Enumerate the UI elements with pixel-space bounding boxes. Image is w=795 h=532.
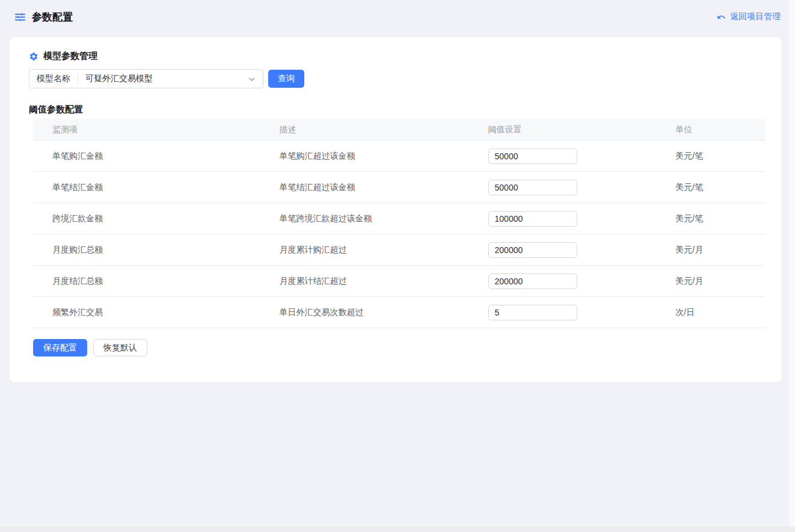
monitor-item-cell: 月度结汇总额: [33, 266, 269, 297]
monitor-item-cell: 跨境汇款金额: [33, 203, 269, 234]
top-header: 参数配置 返回项目管理: [0, 0, 795, 34]
bottom-strip: [0, 527, 795, 532]
panel-title: 模型参数管理: [29, 50, 765, 62]
table-body: 单笔购汇金额 单笔购汇超过该金额 美元/笔 单笔结汇金额 单笔结汇超过该金额 美…: [33, 141, 766, 328]
threshold-input[interactable]: [488, 305, 577, 320]
description-cell: 单笔结汇超过该金额: [269, 172, 478, 203]
page-title: 参数配置: [32, 10, 73, 24]
threshold-input[interactable]: [488, 274, 577, 289]
query-button[interactable]: 查询: [268, 70, 304, 88]
monitor-item-cell: 单笔购汇金额: [33, 141, 269, 172]
monitor-item-cell: 月度购汇总额: [33, 234, 269, 266]
table-row: 月度购汇总额 月度累计购汇超过 美元/月: [33, 234, 766, 266]
threshold-input[interactable]: [488, 148, 577, 164]
col-header-desc: 描述: [269, 119, 478, 141]
threshold-cell: [479, 297, 666, 328]
unit-cell: 美元/笔: [666, 172, 766, 203]
undo-icon: [717, 13, 726, 22]
gear-icon: [29, 52, 38, 61]
threshold-section-title: 阈值参数配置: [29, 104, 765, 115]
unit-cell: 次/日: [666, 297, 766, 328]
monitor-item-cell: 单笔结汇金额: [33, 172, 269, 203]
description-cell: 月度累计购汇超过: [269, 234, 478, 266]
table-row: 单笔购汇金额 单笔购汇超过该金额 美元/笔: [33, 141, 766, 172]
description-cell: 单笔跨境汇款超过该金额: [269, 203, 478, 234]
action-row: 保存配置 恢复默认: [33, 339, 765, 356]
monitor-item-cell: 频繁外汇交易: [33, 297, 269, 328]
table-header-row: 监测项 描述 阈值设置 单位: [33, 119, 766, 141]
scrollbar-track[interactable]: [789, 0, 795, 527]
filter-row: 模型名称 可疑外汇交易模型 查询: [29, 69, 765, 88]
threshold-cell: [479, 172, 666, 203]
unit-cell: 美元/笔: [666, 203, 766, 234]
unit-cell: 美元/月: [666, 266, 766, 297]
model-name-selected-value: 可疑外汇交易模型: [78, 73, 248, 84]
threshold-input[interactable]: [488, 180, 577, 195]
table-row: 单笔结汇金额 单笔结汇超过该金额 美元/笔: [33, 172, 766, 203]
unit-cell: 美元/月: [666, 234, 766, 266]
threshold-cell: [479, 266, 666, 297]
description-cell: 单笔购汇超过该金额: [269, 141, 478, 172]
header-left: 参数配置: [14, 10, 73, 24]
threshold-cell: [479, 234, 666, 266]
table-row: 跨境汇款金额 单笔跨境汇款超过该金额 美元/笔: [33, 203, 766, 234]
col-header-item: 监测项: [33, 119, 269, 141]
save-config-button[interactable]: 保存配置: [33, 339, 87, 356]
threshold-input[interactable]: [488, 242, 577, 258]
model-name-label: 模型名称: [29, 73, 78, 84]
model-name-select[interactable]: 模型名称 可疑外汇交易模型: [29, 69, 263, 88]
back-link-label: 返回项目管理: [730, 11, 781, 22]
description-cell: 月度累计结汇超过: [269, 266, 478, 297]
table-row: 频繁外汇交易 单日外汇交易次数超过 次/日: [33, 297, 766, 328]
chevron-down-icon: [248, 75, 263, 83]
col-header-threshold: 阈值设置: [479, 119, 666, 141]
unit-cell: 美元/笔: [666, 141, 766, 172]
threshold-cell: [479, 203, 666, 234]
threshold-cell: [479, 141, 666, 172]
model-parameter-card: 模型参数管理 模型名称 可疑外汇交易模型 查询 阈值参数配置 监测项 描述: [10, 37, 782, 382]
description-cell: 单日外汇交易次数超过: [269, 297, 478, 328]
threshold-table: 监测项 描述 阈值设置 单位 单笔购汇金额 单笔购汇超过该金额 美元/笔 单笔结…: [33, 119, 766, 328]
restore-default-button[interactable]: 恢复默认: [93, 339, 147, 356]
panel-title-label: 模型参数管理: [43, 50, 97, 62]
back-link[interactable]: 返回项目管理: [717, 11, 781, 22]
table-row: 月度结汇总额 月度累计结汇超过 美元/月: [33, 266, 766, 297]
sliders-icon: [14, 11, 26, 23]
col-header-unit: 单位: [666, 119, 766, 141]
threshold-input[interactable]: [488, 211, 577, 227]
